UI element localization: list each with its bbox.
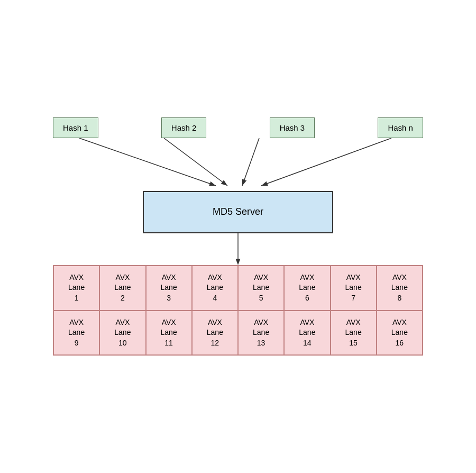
avx-lane-14: AVXLane14: [284, 311, 330, 356]
avx-lane-7: AVXLane7: [331, 266, 377, 311]
avx-lane-8: AVXLane8: [377, 266, 423, 311]
hashn-box: Hash n: [378, 117, 423, 138]
hash-row: Hash 1 Hash 2 Hash 3 Hash n: [53, 117, 423, 138]
avx-lane-6: AVXLane6: [284, 266, 330, 311]
avx-row-2: AVXLane9 AVXLane10 AVXLane11 AVXLane12 A…: [53, 311, 423, 356]
avx-lane-3: AVXLane3: [146, 266, 192, 311]
avx-lane-10: AVXLane10: [99, 311, 145, 356]
server-to-lanes-arrow: [233, 233, 243, 265]
hash3-box: Hash 3: [270, 117, 315, 138]
avx-lane-4: AVXLane4: [192, 266, 238, 311]
avx-lane-11: AVXLane11: [146, 311, 192, 356]
avx-grid: AVXLane1 AVXLane2 AVXLane3 AVXLane4 AVXL…: [53, 265, 423, 356]
avx-lane-16: AVXLane16: [377, 311, 423, 356]
hash1-box: Hash 1: [53, 117, 98, 138]
md5-server-label: MD5 Server: [213, 206, 263, 217]
avx-lane-15: AVXLane15: [331, 311, 377, 356]
hash2-box: Hash 2: [161, 117, 207, 138]
avx-lane-12: AVXLane12: [192, 311, 238, 356]
avx-lane-1: AVXLane1: [53, 266, 99, 311]
svg-line-4: [261, 138, 391, 186]
diagram: Hash 1 Hash 2 Hash 3 Hash n MD5 Server: [21, 117, 455, 356]
avx-lane-2: AVXLane2: [99, 266, 145, 311]
svg-line-3: [242, 138, 259, 186]
avx-row-1: AVXLane1 AVXLane2 AVXLane3 AVXLane4 AVXL…: [53, 266, 423, 311]
avx-lane-9: AVXLane9: [53, 311, 99, 356]
converging-arrows: [53, 138, 423, 191]
avx-lane-13: AVXLane13: [238, 311, 284, 356]
md5-server-box: MD5 Server: [143, 191, 333, 233]
avx-lane-5: AVXLane5: [238, 266, 284, 311]
